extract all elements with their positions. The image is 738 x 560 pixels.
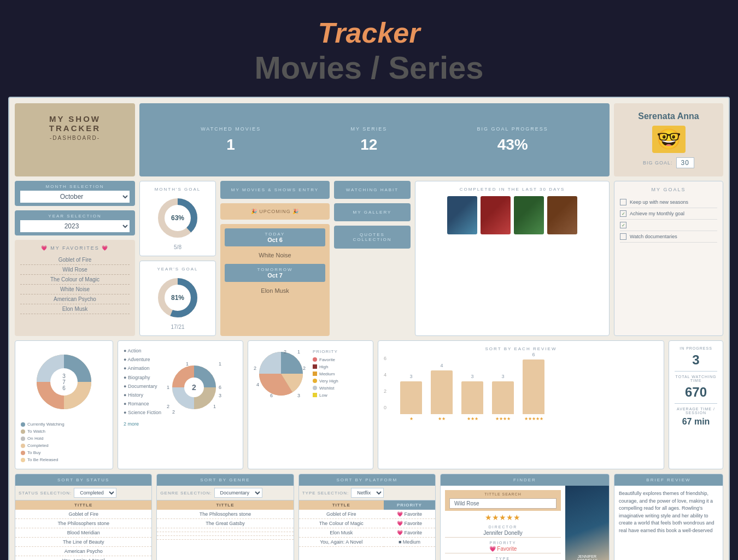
bar-4-val: 3 [501,374,504,379]
bar-5-star: 6 ★★★★★ [523,352,544,421]
months-sub: 5/8 [145,244,210,250]
sort-platform-table: TITTLE PRIORITY Goblet of Fire 💗 Favorit… [299,500,435,547]
legend-wishlist: Wishlist [313,385,338,392]
quotes-box[interactable]: QUOTES COLLECTION [334,226,411,249]
dot-low [313,393,317,397]
entry-box: MY MOVIES & SHOWS ENTRY [220,181,330,199]
second-row: MONTH SELECTION October YEAR SELECTION 2… [15,181,723,336]
goal-check-4[interactable] [620,233,626,240]
my-goals-box: MY GOALS Keep up with new seasons ✓ Achi… [614,181,723,336]
my-gallery-box[interactable]: MY GALLERY [334,203,411,221]
platform-label-5: 2 [254,366,256,371]
user-avatar: 🤓 [652,126,686,153]
label-high: High [319,364,328,369]
divider-2 [675,403,717,404]
divider-1 [675,371,717,372]
finder-stars: ★★★★★ [445,513,561,522]
year-select[interactable]: 2023 [20,220,130,232]
sort-genre-header: SORT BY GENRE [157,474,293,486]
genre-pie-content: ● Action ● Adventure ● Animation ● Biogr… [124,346,237,428]
genre-sci-fi: ● Science Fiction [124,408,161,417]
bar-4-star: 3 ★★★★ [492,374,514,421]
platform-label-6: 4 [256,382,259,387]
legend-medium: Medium [313,370,338,378]
bar-2 [431,370,453,414]
schedule-box: TODAY Oct 6 White Noise TOMORROW Oct 7 E… [220,224,330,336]
sort-platform-header: SORT BY PLATFORM [299,474,435,486]
status-center: 376 [62,373,66,391]
today-box: TODAY Oct 6 [225,228,325,246]
label-to-be-released: To Be Released [27,457,58,462]
watch-time-label: TOTAL WATCHING TIME [675,375,717,382]
sort-status-selector-label: STATUS SELECTION: [19,491,72,496]
legend-to-watch: To Watch [21,428,107,435]
bar-2-star: 4 ★★ [431,363,453,421]
y-label-4: 4 [384,372,386,378]
finder-director-label: DIRECTOR [445,525,561,529]
big-goal-row: BIG GOAL: 30 [643,157,694,168]
stat-watched-movies: WATCHED MOVIES 1 [201,126,261,154]
tomorrow-item: Elon Musk [225,285,325,296]
bar-1-stars: ★ [409,416,413,421]
genre-action: ● Action [124,346,161,355]
genre-pie-label-7: 1 [167,385,169,390]
dot-on-hold [21,437,25,441]
goal-check-3[interactable]: ✓ [620,222,626,228]
pie-charts-row: 376 Currently Watching To Watch On Hold [15,340,373,469]
watching-habit-box[interactable]: WATCHING HABIT [334,181,411,199]
genre-pie-label-2: 1 [186,361,189,367]
status-pie-chart: 376 [28,346,99,417]
svg-text:2: 2 [192,383,196,392]
goal-label-4: Watch documentaries [630,234,677,239]
goal-check-1[interactable] [620,199,626,205]
platform-pie-box: 2 1 2 6 2 4 3 PRIORITY Favorite [248,340,373,469]
left-panel: MONTH SELECTION October YEAR SELECTION 2… [15,181,135,336]
dot-completed [21,444,25,448]
finder-search-input[interactable] [449,498,557,509]
finder-priority-val: 💗 Favorite [445,545,561,553]
status-row-5: American Psycho [15,547,151,556]
status-pie-box: 376 Currently Watching To Watch On Hold [15,340,113,469]
month-select[interactable]: October [20,191,130,203]
year-select-label: YEAR SELECTION [20,214,130,219]
watching-habit-label: WATCHING HABIT [341,187,404,192]
quick-links: WATCHING HABIT MY GALLERY QUOTES COLLECT… [334,181,411,336]
sort-genre-selector-label: GENRE SELECTION: [160,491,212,496]
bar-5-val: 6 [532,352,535,357]
sort-platform-select[interactable]: Netflix [351,488,384,498]
tracker-box-title: MY SHOW TRACKER [26,114,124,133]
sort-genre-selector: GENRE SELECTION: Documentary [157,486,293,500]
my-series-val: 12 [350,136,387,154]
completed-title: COMPLETED IN THE LAST 30 DAYS [421,187,604,192]
genre-history: ● History [124,391,161,399]
fav-item-4: White Noise [20,285,130,294]
label-wishlist: Wishlist [319,386,335,391]
legend-fav: Favorite [313,356,338,363]
dot-to-be-released [21,458,25,462]
sort-genre-select[interactable]: Documentary [214,488,262,498]
finder-type-label: TYPE [445,557,561,560]
label-low: Low [319,393,327,398]
label-to-buy: To Buy [27,450,40,455]
genre-pie-box: ● Action ● Adventure ● Animation ● Biogr… [118,340,243,469]
completed-box: COMPLETED IN THE LAST 30 DAYS [415,181,610,336]
genre-more[interactable]: 2 more [124,420,161,428]
tomorrow-label: TOMORROW [228,267,322,272]
legend-high: High [313,363,338,370]
dot-medium [313,372,317,376]
book-cover-author: JENNIFER DONNELLY [570,555,605,560]
platform-pie-chart: 2 1 2 6 2 4 3 [254,346,308,401]
dot-wishlist [313,386,317,390]
bar-chart: 6 4 2 0 3 ★ 4 ★★ 3 ★★★ [384,356,658,421]
sort-status-select[interactable]: Completed [74,488,116,498]
goal-check-2[interactable]: ✓ [620,210,626,217]
fav-item-5: American Psycho [20,294,130,304]
legend-to-be-released: To Be Released [21,456,107,463]
y-label-0: 0 [384,405,386,410]
fav-item-6: Elon Musk [20,304,130,314]
user-box: Serenata Anna 🤓 BIG GOAL: 30 [614,103,723,176]
third-row: 376 Currently Watching To Watch On Hold [15,340,723,469]
upcoming-label: 🎉 UPCOMING 🎉 [226,209,324,214]
bar-4 [492,381,514,414]
platform-row-2: The Colour of Magic 💗 Favorite [299,519,435,528]
